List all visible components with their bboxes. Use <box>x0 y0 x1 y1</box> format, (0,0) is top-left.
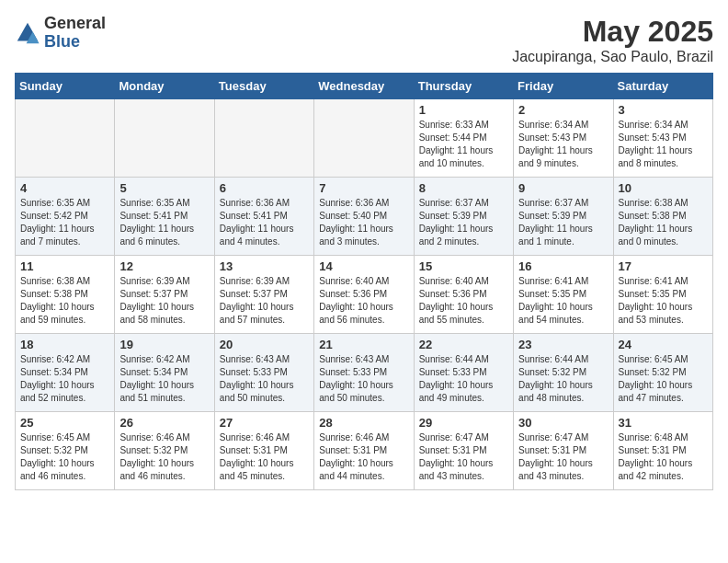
day-cell: 7Sunrise: 6:36 AMSunset: 5:40 PMDaylight… <box>314 178 414 256</box>
week-row-1: 1Sunrise: 6:33 AMSunset: 5:44 PMDaylight… <box>16 99 713 178</box>
day-info: Sunrise: 6:38 AMSunset: 5:38 PMDaylight:… <box>20 275 109 327</box>
day-cell: 25Sunrise: 6:45 AMSunset: 5:32 PMDayligh… <box>16 412 115 490</box>
day-number: 24 <box>619 338 708 351</box>
day-info: Sunrise: 6:41 AMSunset: 5:35 PMDaylight:… <box>619 275 708 327</box>
day-info: Sunrise: 6:43 AMSunset: 5:33 PMDaylight:… <box>319 353 408 405</box>
header-tuesday: Tuesday <box>214 74 313 99</box>
day-cell: 27Sunrise: 6:46 AMSunset: 5:31 PMDayligh… <box>214 412 313 490</box>
header-monday: Monday <box>115 74 214 99</box>
day-cell: 26Sunrise: 6:46 AMSunset: 5:32 PMDayligh… <box>115 412 214 490</box>
day-number: 2 <box>518 103 608 117</box>
day-info: Sunrise: 6:45 AMSunset: 5:32 PMDaylight:… <box>20 431 109 483</box>
day-cell: 10Sunrise: 6:38 AMSunset: 5:38 PMDayligh… <box>613 178 712 256</box>
header-wednesday: Wednesday <box>314 74 414 99</box>
day-cell: 12Sunrise: 6:39 AMSunset: 5:37 PMDayligh… <box>115 256 214 334</box>
day-cell <box>16 99 115 178</box>
day-info: Sunrise: 6:33 AMSunset: 5:44 PMDaylight:… <box>419 119 508 170</box>
day-info: Sunrise: 6:40 AMSunset: 5:36 PMDaylight:… <box>319 275 408 327</box>
header-row: SundayMondayTuesdayWednesdayThursdayFrid… <box>16 74 713 99</box>
day-info: Sunrise: 6:39 AMSunset: 5:37 PMDaylight:… <box>119 275 209 327</box>
header-saturday: Saturday <box>613 74 712 99</box>
day-number: 18 <box>20 338 109 351</box>
day-info: Sunrise: 6:36 AMSunset: 5:41 PMDaylight:… <box>220 197 309 248</box>
day-number: 26 <box>119 416 209 430</box>
day-cell: 6Sunrise: 6:36 AMSunset: 5:41 PMDaylight… <box>214 178 313 256</box>
day-info: Sunrise: 6:42 AMSunset: 5:34 PMDaylight:… <box>119 353 209 405</box>
day-number: 28 <box>319 416 408 430</box>
page-header: General Blue May 2025 Jacupiranga, Sao P… <box>15 15 713 65</box>
day-number: 15 <box>419 259 508 273</box>
day-number: 11 <box>20 259 109 273</box>
week-row-4: 18Sunrise: 6:42 AMSunset: 5:34 PMDayligh… <box>16 334 713 412</box>
month-title: May 2025 <box>512 15 713 49</box>
day-cell: 5Sunrise: 6:35 AMSunset: 5:41 PMDaylight… <box>115 178 214 256</box>
day-info: Sunrise: 6:36 AMSunset: 5:40 PMDaylight:… <box>319 197 408 248</box>
day-number: 27 <box>220 416 309 430</box>
day-info: Sunrise: 6:46 AMSunset: 5:31 PMDaylight:… <box>220 431 309 483</box>
day-cell: 8Sunrise: 6:37 AMSunset: 5:39 PMDaylight… <box>414 178 513 256</box>
title-section: May 2025 Jacupiranga, Sao Paulo, Brazil <box>512 15 713 65</box>
day-cell: 20Sunrise: 6:43 AMSunset: 5:33 PMDayligh… <box>214 334 313 412</box>
day-cell: 14Sunrise: 6:40 AMSunset: 5:36 PMDayligh… <box>314 256 414 334</box>
day-info: Sunrise: 6:43 AMSunset: 5:33 PMDaylight:… <box>220 353 309 405</box>
day-number: 19 <box>119 338 209 351</box>
day-info: Sunrise: 6:35 AMSunset: 5:41 PMDaylight:… <box>119 197 209 248</box>
day-cell: 9Sunrise: 6:37 AMSunset: 5:39 PMDaylight… <box>514 178 613 256</box>
day-cell <box>115 99 214 178</box>
day-number: 14 <box>319 259 408 273</box>
day-number: 4 <box>20 181 109 195</box>
day-number: 21 <box>319 338 408 351</box>
day-cell: 28Sunrise: 6:46 AMSunset: 5:31 PMDayligh… <box>314 412 414 490</box>
day-cell: 1Sunrise: 6:33 AMSunset: 5:44 PMDaylight… <box>414 99 513 178</box>
day-number: 16 <box>518 259 608 273</box>
day-number: 25 <box>20 416 109 430</box>
day-number: 20 <box>220 338 309 351</box>
logo-text: General Blue <box>44 15 106 52</box>
day-number: 9 <box>518 181 608 195</box>
day-cell: 15Sunrise: 6:40 AMSunset: 5:36 PMDayligh… <box>414 256 513 334</box>
day-number: 23 <box>518 338 608 351</box>
day-info: Sunrise: 6:47 AMSunset: 5:31 PMDaylight:… <box>518 431 608 483</box>
day-info: Sunrise: 6:46 AMSunset: 5:31 PMDaylight:… <box>319 431 408 483</box>
day-cell: 31Sunrise: 6:48 AMSunset: 5:31 PMDayligh… <box>613 412 712 490</box>
day-cell: 16Sunrise: 6:41 AMSunset: 5:35 PMDayligh… <box>514 256 613 334</box>
day-cell: 21Sunrise: 6:43 AMSunset: 5:33 PMDayligh… <box>314 334 414 412</box>
day-number: 12 <box>119 259 209 273</box>
day-info: Sunrise: 6:44 AMSunset: 5:33 PMDaylight:… <box>419 353 508 405</box>
day-cell: 24Sunrise: 6:45 AMSunset: 5:32 PMDayligh… <box>613 334 712 412</box>
day-info: Sunrise: 6:37 AMSunset: 5:39 PMDaylight:… <box>419 197 508 248</box>
day-info: Sunrise: 6:34 AMSunset: 5:43 PMDaylight:… <box>619 119 708 170</box>
day-number: 1 <box>419 103 508 117</box>
week-row-5: 25Sunrise: 6:45 AMSunset: 5:32 PMDayligh… <box>16 412 713 490</box>
day-number: 10 <box>619 181 708 195</box>
day-info: Sunrise: 6:40 AMSunset: 5:36 PMDaylight:… <box>419 275 508 327</box>
day-cell: 13Sunrise: 6:39 AMSunset: 5:37 PMDayligh… <box>214 256 313 334</box>
header-friday: Friday <box>514 74 613 99</box>
day-info: Sunrise: 6:34 AMSunset: 5:43 PMDaylight:… <box>518 119 608 170</box>
day-info: Sunrise: 6:44 AMSunset: 5:32 PMDaylight:… <box>518 353 608 405</box>
logo: General Blue <box>15 15 106 52</box>
day-info: Sunrise: 6:39 AMSunset: 5:37 PMDaylight:… <box>220 275 309 327</box>
day-cell <box>214 99 313 178</box>
day-number: 29 <box>419 416 508 430</box>
header-thursday: Thursday <box>414 74 513 99</box>
day-number: 5 <box>119 181 209 195</box>
day-info: Sunrise: 6:46 AMSunset: 5:32 PMDaylight:… <box>119 431 209 483</box>
day-number: 17 <box>619 259 708 273</box>
day-number: 8 <box>419 181 508 195</box>
day-number: 13 <box>220 259 309 273</box>
day-number: 30 <box>518 416 608 430</box>
day-info: Sunrise: 6:48 AMSunset: 5:31 PMDaylight:… <box>619 431 708 483</box>
day-cell: 4Sunrise: 6:35 AMSunset: 5:42 PMDaylight… <box>16 178 115 256</box>
week-row-2: 4Sunrise: 6:35 AMSunset: 5:42 PMDaylight… <box>16 178 713 256</box>
day-info: Sunrise: 6:42 AMSunset: 5:34 PMDaylight:… <box>20 353 109 405</box>
day-number: 22 <box>419 338 508 351</box>
week-row-3: 11Sunrise: 6:38 AMSunset: 5:38 PMDayligh… <box>16 256 713 334</box>
day-number: 3 <box>619 103 708 117</box>
calendar-table: SundayMondayTuesdayWednesdayThursdayFrid… <box>15 73 713 490</box>
logo-blue: Blue <box>44 33 106 52</box>
day-cell: 19Sunrise: 6:42 AMSunset: 5:34 PMDayligh… <box>115 334 214 412</box>
day-info: Sunrise: 6:47 AMSunset: 5:31 PMDaylight:… <box>419 431 508 483</box>
day-cell: 29Sunrise: 6:47 AMSunset: 5:31 PMDayligh… <box>414 412 513 490</box>
day-info: Sunrise: 6:37 AMSunset: 5:39 PMDaylight:… <box>518 197 608 248</box>
